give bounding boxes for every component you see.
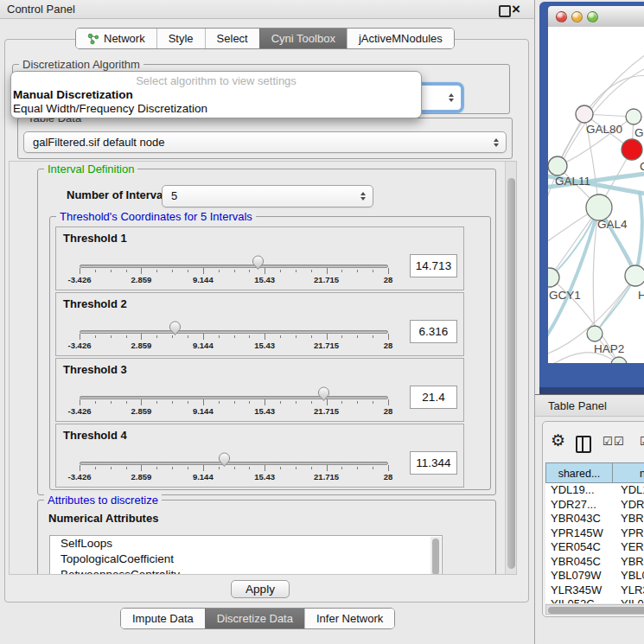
settings-vertical-scrollbar[interactable] [505,162,517,574]
column-header-name[interactable]: n [613,462,644,483]
threshold-value-field[interactable]: 14.713 [410,254,457,277]
table-horizontal-scrollbar[interactable] [545,604,644,615]
table-row[interactable]: YER054CYER0 [545,540,644,555]
table-data-selected-value: galFiltered.sif default node [33,136,164,149]
cell-name: YBR0 [613,512,644,526]
tab-network[interactable]: Network [76,29,156,48]
tick-mark [80,268,80,274]
table-data-combobox[interactable]: galFiltered.sif default node [23,131,507,153]
cell-name: YDL1 [613,483,644,498]
attribute-list-item[interactable]: TopologicalCoefficient [50,552,442,567]
tick-mark [156,401,157,404]
cell-shared-name: YBL079W [545,569,613,583]
network-node-h[interactable] [625,265,644,286]
apply-button[interactable]: Apply [231,580,290,598]
dropdown-option-manual-discretization[interactable]: Manual Discretization [13,88,133,101]
network-node-gal80[interactable] [576,105,593,123]
tick-mark [203,268,204,274]
checkbox-icon[interactable]: ☑ [603,435,613,448]
tick-mark [111,467,112,469]
network-node-g[interactable] [626,109,641,124]
slider-thumb[interactable] [251,255,265,271]
tick-mark [156,270,157,272]
checkbox-icon[interactable]: ☑ [640,435,644,448]
network-node-gal11[interactable] [548,156,567,175]
table-row[interactable]: YBL079WYBL0 [545,569,644,583]
table-row[interactable]: YBR043CYBR0 [545,512,644,526]
tick-mark [280,270,281,272]
network-node-gal4[interactable] [586,194,612,220]
screen: Control Panel × NetworkStyleSelectCyni T… [0,0,644,644]
slider-thumb[interactable] [168,321,182,336]
threshold-slider-track[interactable] [80,330,388,334]
combo-stepper-icon [449,93,454,102]
cell-name: YDR2 [613,498,644,513]
numerical-attributes-list[interactable]: SelfLoopsTopologicalCoefficientBetweenne… [49,535,443,575]
column-header-shared[interactable]: shared... [545,462,613,483]
cell-shared-name: YDL19... [545,483,613,498]
float-window-icon[interactable] [499,5,511,17]
slider-thumb[interactable] [217,452,232,468]
threshold-slider-track[interactable] [80,396,388,399]
tab-cyni-toolbox[interactable]: Cyni Toolbox [259,29,347,48]
tick-label: 28 [362,472,414,481]
threshold-value-field[interactable]: 6.316 [410,320,457,343]
tick-mark [188,270,188,272]
zoom-traffic-light[interactable] [587,11,598,22]
tick-label: 28 [362,341,414,350]
attribute-list-item[interactable]: BetweennessCentrality [50,567,442,575]
tick-mark [357,335,358,338]
attributes-list-scrollbar[interactable] [430,537,441,575]
cell-name: YER0 [613,540,644,555]
network-node-label: GAL4 [597,218,628,231]
tab-jactivemnodules[interactable]: jActiveMNodules [347,29,454,48]
table-row[interactable]: YPR145WYPR1 [545,526,644,541]
tick-mark [80,334,80,340]
number-of-intervals-combobox[interactable]: 5 [162,185,373,207]
tick-label: 21.715 [301,341,353,350]
table-row[interactable]: YDL19...YDL1 [545,483,644,498]
tab-style[interactable]: Style [156,29,205,48]
network-canvas[interactable]: GAL80G.CGAL11GAL4GCY1HHAP2 [548,27,644,363]
threshold-slider-track[interactable] [80,462,388,465]
cell-shared-name: YBR043C [545,512,613,526]
tick-mark [95,467,96,469]
dropdown-option-equal-width-frequency[interactable]: Equal Width/Frequency Discretization [13,102,207,115]
table-row[interactable]: YLR345WYLR3 [545,583,644,598]
tick-label: 28 [362,406,414,416]
threshold-value-field[interactable]: 11.344 [410,451,457,475]
threshold-panel-2: Threshold 2-3.4262.8599.14415.4321.71528… [55,292,464,356]
minimize-traffic-light[interactable] [571,11,583,22]
close-traffic-light[interactable] [556,11,567,22]
threshold-value-field[interactable]: 21.4 [410,386,457,409]
tick-label: 15.43 [239,406,290,416]
checkbox-icon[interactable]: ☑ [614,435,624,448]
network-node-c[interactable] [622,139,642,160]
tick-mark [126,335,127,338]
tick-mark [234,270,235,272]
tab-select[interactable]: Select [205,29,259,48]
tick-mark [172,270,173,272]
tab-infer-network[interactable]: Infer Network [304,609,394,628]
slider-thumb[interactable] [316,386,331,402]
tick-mark [357,270,358,272]
split-columns-icon[interactable] [576,436,591,453]
tick-mark [203,399,204,405]
tab-discretize-data[interactable]: Discretize Data [205,609,304,628]
table-row[interactable]: YIL052CYIL0 [545,597,644,603]
tab-impute-data[interactable]: Impute Data [121,609,205,628]
network-node-hap2[interactable] [587,326,603,341]
tick-mark [311,335,312,338]
gear-icon[interactable]: ⚙ [551,432,565,449]
tab-label: Select [217,29,248,48]
table-row[interactable]: YBR045CYBR0 [545,555,644,570]
attribute-list-item[interactable]: SelfLoops [50,536,442,552]
network-window-titlebar [548,6,644,28]
table-row[interactable]: YDR27...YDR2 [545,498,644,513]
close-icon[interactable]: × [512,0,520,19]
tick-mark [219,270,220,272]
network-window-bottom-frame [539,387,644,394]
threshold-stack: Threshold 1-3.4262.8599.14415.4321.71528… [55,226,464,489]
number-of-intervals-label: Number of Intervals [67,188,172,201]
threshold-slider-track[interactable] [80,265,388,268]
